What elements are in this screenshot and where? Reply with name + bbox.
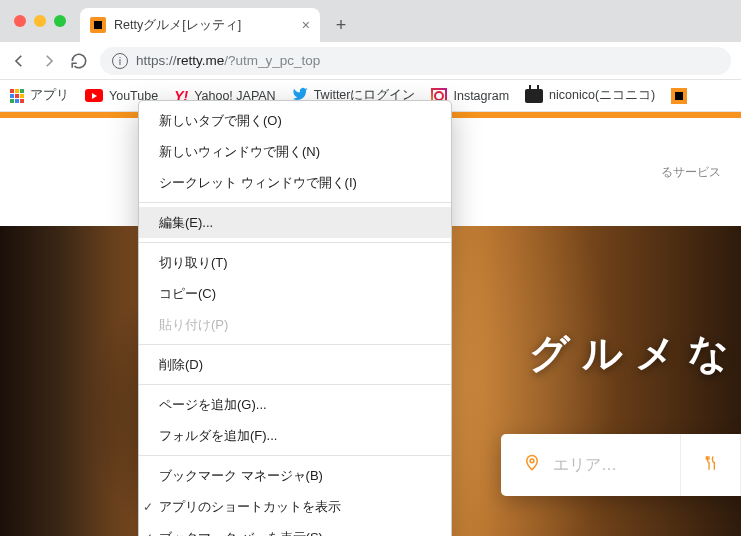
bookmark-label: niconico(ニコニコ) [549,87,655,104]
context-menu-item[interactable]: ブックマーク マネージャ(B) [139,460,451,491]
bookmark-label: Instagram [453,89,509,103]
url-text: https://retty.me/?utm_y_pc_top [136,53,320,68]
apps-grid-icon [10,89,24,103]
forward-button[interactable] [40,52,58,70]
context-menu-item[interactable]: ページを追加(G)... [139,389,451,420]
bookmarks-apps-label: アプリ [30,87,69,104]
context-menu-separator [139,384,451,385]
context-menu-item[interactable]: 新しいウィンドウで開く(N) [139,136,451,167]
window-minimize-button[interactable] [34,15,46,27]
context-menu-item-label: 貼り付け(P) [159,316,228,334]
window-maximize-button[interactable] [54,15,66,27]
bookmark-niconico[interactable]: niconico(ニコニコ) [525,87,655,104]
context-menu-item[interactable]: 切り取り(T) [139,247,451,278]
context-menu-item-label: ページを追加(G)... [159,396,267,414]
context-menu-item[interactable]: 削除(D) [139,349,451,380]
search-area-placeholder: エリア… [553,455,617,476]
tab-close-button[interactable]: × [302,17,310,33]
context-menu-item[interactable]: コピー(C) [139,278,451,309]
search-category-field[interactable] [681,434,741,496]
context-menu: 新しいタブで開く(O)新しいウィンドウで開く(N)シークレット ウィンドウで開く… [138,100,452,536]
context-menu-separator [139,455,451,456]
search-area-field[interactable]: エリア… [501,434,681,496]
tab-title: Rettyグルメ[レッティ] [114,17,241,34]
context-menu-separator [139,202,451,203]
context-menu-item-label: シークレット ウィンドウで開く(I) [159,174,357,192]
browser-tabstrip: Rettyグルメ[レッティ] × + [80,0,741,42]
context-menu-item-label: ブックマーク マネージャ(B) [159,467,323,485]
context-menu-item[interactable]: ✓ブックマーク バーを表示(S) [139,522,451,536]
context-menu-item-label: 切り取り(T) [159,254,228,272]
favicon-icon [90,17,106,33]
niconico-icon [525,89,543,103]
reload-button[interactable] [70,52,88,70]
youtube-icon [85,89,103,102]
context-menu-separator [139,344,451,345]
context-menu-item[interactable]: 新しいタブで開く(O) [139,105,451,136]
new-tab-button[interactable]: + [326,10,356,40]
header-tagline: るサービス [661,164,721,181]
context-menu-item-label: 削除(D) [159,356,203,374]
map-pin-icon [523,452,541,478]
context-menu-item-label: 新しいウィンドウで開く(N) [159,143,320,161]
context-menu-item-label: ブックマーク バーを表示(S) [159,529,323,537]
context-menu-item[interactable]: ✓アプリのショートカットを表示 [139,491,451,522]
bookmark-favicon-icon [671,88,687,104]
back-button[interactable] [10,52,28,70]
site-info-icon[interactable]: i [112,53,128,69]
context-menu-item: 貼り付け(P) [139,309,451,340]
context-menu-item-label: フォルダを追加(F)... [159,427,277,445]
cutlery-icon [703,453,719,477]
check-icon: ✓ [143,531,153,537]
check-icon: ✓ [143,500,153,514]
svg-point-0 [530,459,534,463]
bookmarks-apps-button[interactable]: アプリ [10,87,69,104]
search-bar: エリア… [501,434,741,496]
hero-headline: グルメな [529,326,741,381]
browser-tab-active[interactable]: Rettyグルメ[レッティ] × [80,8,320,42]
context-menu-item-label: コピー(C) [159,285,216,303]
context-menu-item-label: 編集(E)... [159,214,213,232]
context-menu-item-label: アプリのショートカットを表示 [159,498,341,516]
context-menu-item[interactable]: シークレット ウィンドウで開く(I) [139,167,451,198]
window-close-button[interactable] [14,15,26,27]
context-menu-item[interactable]: フォルダを追加(F)... [139,420,451,451]
context-menu-item[interactable]: 編集(E)... [139,207,451,238]
context-menu-separator [139,242,451,243]
bookmark-unknown[interactable] [671,88,687,104]
address-bar[interactable]: i https://retty.me/?utm_y_pc_top [100,47,731,75]
context-menu-item-label: 新しいタブで開く(O) [159,112,282,130]
browser-toolbar: i https://retty.me/?utm_y_pc_top [0,42,741,80]
